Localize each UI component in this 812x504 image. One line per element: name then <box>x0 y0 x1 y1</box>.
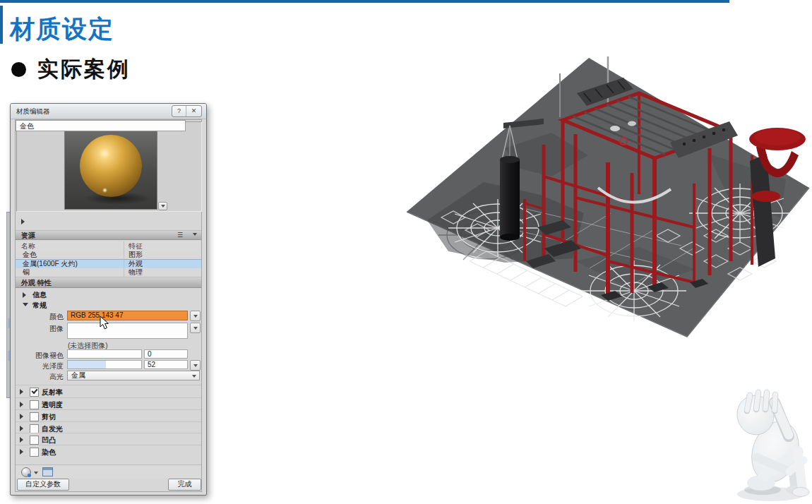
white-detail <box>610 126 620 131</box>
checkmark-icon <box>31 388 37 394</box>
highlight-label: 高光 <box>17 372 64 382</box>
close-button[interactable]: ✕ <box>186 106 201 116</box>
toggle-label: 剪切 <box>42 412 56 422</box>
toggle-label: 凹凸 <box>42 436 56 445</box>
expander-right-icon[interactable] <box>20 414 23 419</box>
toggle-label: 染色 <box>42 448 56 457</box>
tint-checkbox[interactable] <box>30 448 39 457</box>
column-name: 名称 <box>21 241 35 251</box>
image-fade-slider[interactable] <box>67 349 142 359</box>
chevron-down-icon <box>193 315 198 318</box>
chevron-down-icon <box>192 375 196 378</box>
glossiness-label: 光泽度 <box>17 361 64 371</box>
section-label: 常规 <box>32 300 47 311</box>
expander-right-icon[interactable] <box>21 219 25 224</box>
toggle-tint[interactable]: 染色 <box>16 445 201 457</box>
glossiness-value[interactable]: 52 <box>144 360 188 369</box>
toggle-label: 反射率 <box>42 388 63 397</box>
cutouts-checkbox[interactable] <box>30 412 39 421</box>
general-section-row[interactable]: 常规 <box>16 300 201 311</box>
highlight-value: 金属 <box>71 371 85 379</box>
toggle-reflectivity[interactable]: 反射率 <box>16 385 201 397</box>
expander-right-icon[interactable] <box>23 292 26 298</box>
column-divider <box>124 251 124 259</box>
toggle-label: 透明度 <box>42 400 63 410</box>
mouse-cursor <box>100 316 109 330</box>
reflectivity-checkbox[interactable] <box>30 388 39 397</box>
top-accent-bar <box>0 0 729 3</box>
material-name-row: 金色 <box>16 120 186 131</box>
info-section-row[interactable]: 信息 <box>16 289 201 301</box>
sphere-glint <box>102 188 107 193</box>
appearance-section-header: 外观 特性 <box>16 277 201 288</box>
asset-type: 物理 <box>129 268 143 277</box>
custom-params-button[interactable]: 自定义参数 <box>17 479 69 491</box>
highlight-select[interactable]: 金属 <box>67 371 200 380</box>
material-preview-image <box>64 126 157 210</box>
help-button[interactable]: ? <box>172 106 186 116</box>
asset-row-metal-selected[interactable]: 金属(1600F 火灼) 外观 <box>16 259 201 269</box>
asset-name: 金属(1600F 火灼) <box>23 260 78 268</box>
expander-right-icon[interactable] <box>20 389 23 395</box>
chevron-down-icon[interactable] <box>193 233 197 236</box>
expander-right-icon[interactable] <box>20 426 23 431</box>
glossiness-dropdown-button[interactable] <box>190 360 201 371</box>
material-preview-panel <box>16 121 202 212</box>
expander-right-icon[interactable] <box>20 437 23 443</box>
column-divider <box>124 268 124 277</box>
chevron-down-icon <box>161 205 165 208</box>
titlebar-buttons: ?✕ <box>172 105 202 117</box>
asset-name: 金色 <box>23 251 37 259</box>
assets-section-header: 资源 <box>16 230 201 240</box>
section-label: 信息 <box>32 289 47 301</box>
color-value-field[interactable]: RGB 255 143 47 <box>67 311 188 320</box>
fitness-equipment-render <box>399 49 812 353</box>
bullet-heading: 实际案例 <box>37 55 131 84</box>
expander-right-icon[interactable] <box>20 402 23 407</box>
asset-type: 外观 <box>129 260 143 268</box>
preview-options-dropdown[interactable] <box>158 202 167 210</box>
column-divider <box>124 241 124 251</box>
done-button[interactable]: 完成 <box>168 479 201 491</box>
column-type: 特征 <box>129 241 143 251</box>
column-divider <box>124 260 124 268</box>
image-fade-label: 图像褪色 <box>17 351 64 361</box>
asset-name: 铜 <box>23 268 30 277</box>
image-fade-value[interactable]: 0 <box>144 349 188 359</box>
gold-sphere-preview <box>80 135 142 197</box>
toggle-cutouts[interactable]: 剪切 <box>16 409 201 422</box>
chevron-down-icon[interactable] <box>34 472 38 474</box>
glossiness-slider[interactable] <box>67 360 142 369</box>
dialog-title: 材质编辑器 <box>16 107 50 116</box>
glossiness-slider-fill <box>68 361 106 368</box>
color-label: 颜色 <box>17 312 64 322</box>
material-sphere-icon[interactable] <box>21 467 31 477</box>
image-dropdown-button[interactable] <box>190 323 201 333</box>
toggle-transparency[interactable]: 透明度 <box>16 397 201 410</box>
toggle-bump[interactable]: 凹凸 <box>16 433 201 445</box>
image-label: 图像 <box>17 324 64 334</box>
dialog-titlebar[interactable]: 材质编辑器 ?✕ <box>11 104 206 119</box>
expander-down-icon[interactable] <box>23 303 28 306</box>
expander-right-icon[interactable] <box>20 449 23 455</box>
dialog-toolbar <box>16 464 201 478</box>
list-view-icon[interactable]: ☰ <box>177 232 186 239</box>
title-accent-bar <box>0 6 3 44</box>
asset-type: 图形 <box>129 251 143 259</box>
material-editor-dialog: 材质编辑器 ?✕ 金色 资源 ☰ <box>10 103 207 496</box>
transparency-checkbox[interactable] <box>30 400 39 409</box>
assets-table-header: 名称 特征 <box>16 241 201 251</box>
material-name-field[interactable]: 金色 <box>16 120 186 131</box>
slide-page: 材质设定 实际案例 材质编辑器 ?✕ 金色 <box>0 0 812 504</box>
chevron-down-icon <box>193 327 198 330</box>
bullet-icon <box>11 62 26 77</box>
panel-icon[interactable] <box>42 467 53 476</box>
page-title: 材质设定 <box>10 13 114 46</box>
color-dropdown-button[interactable] <box>190 311 201 321</box>
thinking-figure <box>722 387 812 504</box>
white-detail <box>628 121 636 126</box>
image-field[interactable] <box>67 323 188 339</box>
bump-checkbox[interactable] <box>30 436 39 445</box>
dialog-client-area: 金色 资源 ☰ 名称 特征 金色 图形 金属(1600F 火灼) 外观 <box>15 119 202 492</box>
chevron-down-icon <box>193 364 198 367</box>
